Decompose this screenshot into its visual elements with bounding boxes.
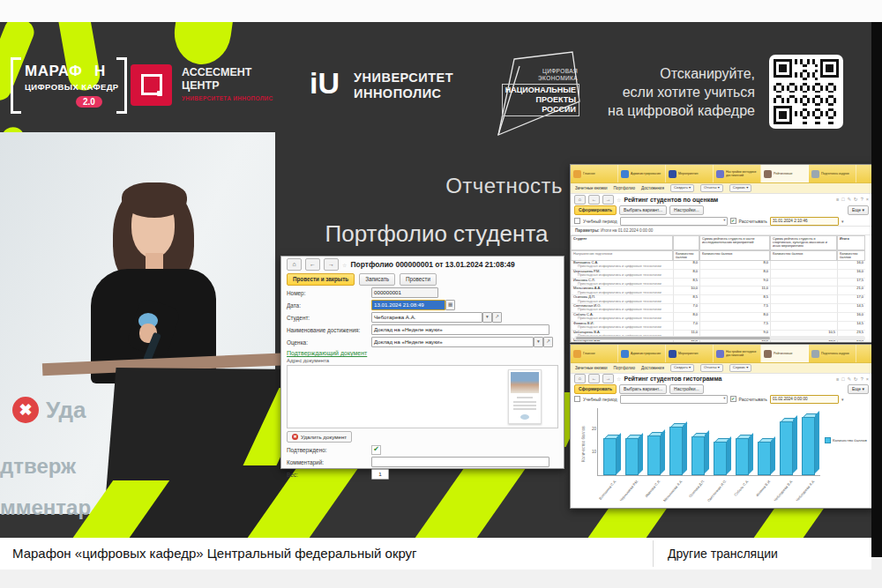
menu-button[interactable]: Отчеты ▾ xyxy=(700,184,723,192)
menu-button[interactable]: Отчеты ▾ xyxy=(700,364,723,372)
window-icon[interactable]: ? xyxy=(861,376,863,382)
comment-input[interactable] xyxy=(371,457,549,467)
menu-button[interactable]: Сервис ▾ xyxy=(729,364,752,372)
calc-checkbox[interactable]: ✔ xyxy=(730,218,736,224)
window-icons[interactable]: ≡□✎↻?× xyxy=(836,376,869,382)
other-streams-link[interactable]: Другие трансляции xyxy=(668,547,778,561)
calc-date-input[interactable]: 31.01.2024 2:10:46 xyxy=(770,217,839,226)
student-cell[interactable]: Фомина В.И.Прикладная информатика и цифр… xyxy=(571,322,673,331)
document-preview-area[interactable] xyxy=(287,365,558,428)
student-cell[interactable]: Соболь С.А.Прикладная информатика и цифр… xyxy=(571,313,673,322)
dropdown-icon[interactable]: ▾ xyxy=(534,337,543,347)
date-input[interactable]: 13.01.2024 21:08:49 xyxy=(371,300,445,310)
variant-button[interactable]: Выбрать вариант... xyxy=(619,384,667,394)
menu-button[interactable]: Создать ▾ xyxy=(670,184,694,192)
menu-item[interactable]: Портфолио xyxy=(614,186,635,190)
window-icon[interactable]: □ xyxy=(841,376,844,382)
menu-item[interactable]: Зачетные книжки xyxy=(575,186,608,190)
more-button[interactable]: Еще ▾ xyxy=(848,384,869,394)
period-checkbox[interactable] xyxy=(574,396,580,402)
save-button[interactable]: Записать xyxy=(359,273,395,286)
menu-button[interactable]: Создать ▾ xyxy=(670,364,694,372)
back-icon[interactable]: ← xyxy=(588,374,600,383)
ribbon-tab[interactable]: Администрирование xyxy=(618,165,666,182)
open-link-icon[interactable]: ↗ xyxy=(543,337,553,347)
window-icons[interactable]: ≡□✎↻?× xyxy=(836,197,869,202)
window-icon[interactable]: ↻ xyxy=(854,197,858,202)
window-icon[interactable]: ✎ xyxy=(848,376,852,382)
ribbon-tab[interactable]: Главное xyxy=(571,345,618,362)
ribbon-tab[interactable]: Рейтинговые xyxy=(761,165,809,182)
menu-button[interactable]: Сервис ▾ xyxy=(729,184,752,192)
home-icon[interactable]: ⌂ xyxy=(574,195,586,205)
ribbon-tab[interactable]: Настройки методики достижений xyxy=(714,345,761,362)
student-cell[interactable]: Мельникова А.А.Прикладная информатика и … xyxy=(571,287,673,295)
bracket-left xyxy=(11,57,21,114)
dropdown-icon[interactable]: ▾ xyxy=(482,312,492,323)
student-cell[interactable]: Осипова Д.П.Прикладная информатика и циф… xyxy=(571,295,673,304)
ribbon-tab[interactable]: Рейтинговые xyxy=(761,345,809,362)
calendar-icon[interactable]: ▦ xyxy=(445,300,455,310)
home-icon[interactable]: ⌂ xyxy=(574,374,586,383)
table-cell: 16,0 xyxy=(837,261,865,270)
weight-input[interactable]: 1 xyxy=(371,469,389,480)
window-icon[interactable]: × xyxy=(866,376,869,382)
calc-checkbox[interactable]: ✔ xyxy=(730,396,736,402)
dropdown-icon[interactable]: ▾ xyxy=(841,397,844,402)
open-link-icon[interactable]: ↗ xyxy=(492,312,502,323)
student-combo[interactable]: Чеботарева А.А. xyxy=(371,312,482,323)
period-combo[interactable]: ▾ xyxy=(620,217,728,226)
horizontal-scrollbar[interactable] xyxy=(574,336,865,340)
delete-document-button[interactable]: ✖ Удалить документ xyxy=(287,431,352,443)
favorite-star-icon[interactable]: ☆ xyxy=(617,197,621,203)
favorite-star-icon[interactable]: ☆ xyxy=(617,376,621,382)
menu-item[interactable]: Достижения xyxy=(641,186,664,190)
student-cell[interactable]: Светличная И.О.Прикладная информатика и … xyxy=(571,304,673,313)
settings-button[interactable]: Настройки... xyxy=(669,384,704,394)
menu-item[interactable]: Достижения xyxy=(641,366,664,370)
window-icon[interactable]: □ xyxy=(841,197,844,202)
ribbon-tab[interactable]: Подготовка кадров xyxy=(809,165,856,182)
ribbon-tab[interactable]: Мероприятия xyxy=(666,165,714,182)
confirmed-checkbox[interactable]: ✔ xyxy=(371,445,381,455)
menu-item[interactable]: Зачетные книжки xyxy=(575,366,608,370)
period-combo[interactable]: ▾ xyxy=(620,395,728,404)
confirming-document-link[interactable]: Подтверждающий документ xyxy=(281,348,564,358)
variant-button[interactable]: Выбрать вариант... xyxy=(619,205,667,215)
student-cell[interactable]: Иванова С.Л.Прикладная информатика и циф… xyxy=(571,279,673,287)
settings-button[interactable]: Настройки... xyxy=(669,205,704,215)
back-icon[interactable]: ← xyxy=(305,258,320,271)
ribbon-tab[interactable]: Мероприятия xyxy=(666,345,714,362)
generate-button[interactable]: Сформировать xyxy=(574,384,617,394)
forward-icon[interactable]: → xyxy=(602,195,614,205)
more-button[interactable]: Еще ▾ xyxy=(848,205,869,215)
video-frame[interactable]: МАРАФОН ЦИФРОВЫХ КАФЕДР 2.0 АССЕСМЕНТ ЦЕ… xyxy=(0,22,871,538)
student-cell[interactable]: Волошина С.А.Прикладная информатика и ци… xyxy=(571,261,673,270)
number-input[interactable]: 000000001 xyxy=(371,287,438,298)
back-icon[interactable]: ← xyxy=(588,195,600,205)
home-icon[interactable]: ⌂ xyxy=(287,258,302,271)
forward-icon[interactable]: → xyxy=(602,374,614,383)
window-icon[interactable]: ✎ xyxy=(848,197,852,202)
generate-button[interactable]: Сформировать xyxy=(574,205,617,215)
calc-date-input[interactable]: 01.02.2024 0:00:00 xyxy=(770,395,839,404)
window-icon[interactable]: ≡ xyxy=(836,197,839,202)
ribbon-tab[interactable]: Главное xyxy=(571,165,618,182)
post-button[interactable]: Провести xyxy=(400,273,437,286)
dropdown-icon[interactable]: ▾ xyxy=(841,219,844,224)
period-checkbox[interactable] xyxy=(574,218,580,224)
student-cell[interactable]: Чернышева Р.М.Прикладная информатика и ц… xyxy=(571,270,673,279)
window-icon[interactable]: ↻ xyxy=(854,376,858,382)
window-icon[interactable]: ? xyxy=(861,197,863,202)
window-icon[interactable]: ≡ xyxy=(836,376,839,382)
menu-item[interactable]: Портфолио xyxy=(614,366,635,370)
forward-icon[interactable]: → xyxy=(324,258,339,271)
window-icon[interactable]: × xyxy=(866,197,869,202)
ribbon-tab[interactable]: Настройки методики достижений xyxy=(714,165,761,182)
ribbon-tab[interactable]: Администрирование xyxy=(618,345,666,362)
grade-combo[interactable]: Доклад на «Неделе науки» xyxy=(371,337,534,347)
ribbon-tab[interactable]: Подготовка кадров xyxy=(809,345,856,362)
post-and-close-button[interactable]: Провести и закрыть xyxy=(287,273,355,286)
favorite-star-icon[interactable]: ☆ xyxy=(342,262,347,268)
achievement-input[interactable]: Доклад на «Неделе науки» xyxy=(371,324,549,335)
